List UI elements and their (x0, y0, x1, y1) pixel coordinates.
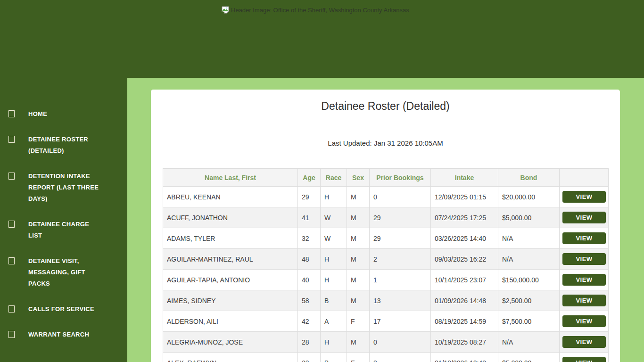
cell-sex: F (347, 353, 370, 362)
cell-actions: VIEW (560, 270, 609, 290)
cell-sex: M (347, 332, 370, 353)
view-button[interactable]: VIEW (562, 253, 606, 265)
column-header-actions (560, 169, 609, 187)
table-row: ACUFF, JONATHON41WM2907/24/2025 17:25$5,… (163, 207, 609, 228)
view-button[interactable]: VIEW (562, 212, 606, 223)
cell-bond: $20,000.00 (498, 187, 560, 207)
cell-age: 28 (298, 332, 321, 353)
menu-bullet-icon (8, 110, 15, 117)
menu-bullet-icon (8, 221, 15, 228)
view-button[interactable]: VIEW (562, 357, 606, 362)
cell-intake: 01/09/2026 14:48 (431, 290, 498, 311)
view-button[interactable]: VIEW (562, 191, 606, 203)
view-button[interactable]: VIEW (562, 315, 606, 327)
column-header-name: Name Last, First (163, 169, 298, 187)
cell-race: B (321, 290, 347, 311)
menu-bullet-icon (8, 331, 15, 338)
menu-bullet-icon (8, 173, 15, 180)
view-button[interactable]: VIEW (562, 295, 606, 306)
cell-intake: 03/26/2025 14:40 (431, 228, 498, 249)
cell-name: AGUILAR-MARTINEZ, RAUL (163, 249, 298, 270)
sidebar-item-label: DETENTION INTAKE REPORT (LAST THREE DAYS… (28, 171, 99, 205)
sidebar-item-label: WARRANT SEARCH (28, 329, 99, 340)
cell-sex: M (347, 187, 370, 207)
cell-prior-bookings: 0 (370, 332, 431, 353)
cell-age: 58 (298, 290, 321, 311)
cell-race: B (321, 353, 347, 362)
cell-race: H (321, 270, 347, 290)
menu-bullet-icon (8, 136, 15, 143)
cell-sex: M (347, 249, 370, 270)
cell-name: ALDERSON, AILI (163, 311, 298, 332)
header-image-alt-text: Header Image: Office of the Sheriff, Was… (231, 7, 409, 14)
sidebar-item-label: DETAINEE CHARGE LIST (28, 219, 99, 241)
cell-bond: $7,500.00 (498, 311, 560, 332)
table-row: ABREU, KEENAN29HM012/09/2025 01:15$20,00… (163, 187, 609, 207)
column-header-prior-bookings: Prior Bookings (370, 169, 431, 187)
cell-bond: $5,000.00 (498, 353, 560, 362)
sidebar-item-detainee-visit[interactable]: DETAINEE VISIT, MESSAGING, GIFT PACKS (0, 255, 127, 289)
cell-age: 41 (298, 207, 321, 228)
cell-age: 32 (298, 228, 321, 249)
header-band: Header Image: Office of the Sheriff, Was… (0, 0, 644, 78)
cell-sex: F (347, 311, 370, 332)
sidebar-nav: HOME DETAINEE ROSTER (DETAILED) DETENTIO… (0, 78, 127, 340)
sidebar-item-detainee-charge-list[interactable]: DETAINEE CHARGE LIST (0, 219, 127, 241)
cell-name: ALEGRIA-MUNOZ, JOSE (163, 332, 298, 353)
cell-sex: M (347, 290, 370, 311)
cell-name: AGUILAR-TAPIA, ANTONIO (163, 270, 298, 290)
cell-intake: 01/10/2026 13:43 (431, 353, 498, 362)
sidebar-item-label: HOME (28, 108, 99, 120)
cell-race: H (321, 249, 347, 270)
last-updated-text: Last Updated: Jan 31 2026 10:05AM (163, 139, 608, 147)
cell-actions: VIEW (560, 249, 609, 270)
sidebar-item-label: DETAINEE ROSTER (DETAILED) (28, 134, 99, 156)
menu-bullet-icon (8, 257, 15, 264)
cell-race: W (321, 207, 347, 228)
cell-race: H (321, 187, 347, 207)
cell-race: H (321, 332, 347, 353)
cell-prior-bookings: 2 (370, 249, 431, 270)
cell-intake: 09/03/2025 16:22 (431, 249, 498, 270)
view-button[interactable]: VIEW (562, 274, 606, 286)
content-card: Detainee Roster (Detailed) Last Updated:… (151, 90, 620, 362)
sidebar-item-label: DETAINEE VISIT, MESSAGING, GIFT PACKS (28, 255, 99, 289)
cell-bond: N/A (498, 249, 560, 270)
cell-bond: N/A (498, 228, 560, 249)
cell-prior-bookings: 1 (370, 270, 431, 290)
cell-age: 40 (298, 270, 321, 290)
cell-bond: $5,000.00 (498, 207, 560, 228)
cell-name: ACUFF, JONATHON (163, 207, 298, 228)
column-header-bond: Bond (498, 169, 560, 187)
cell-sex: M (347, 270, 370, 290)
cell-name: ABREU, KEENAN (163, 187, 298, 207)
cell-actions: VIEW (560, 311, 609, 332)
sidebar-item-calls-for-service[interactable]: CALLS FOR SERVICE (0, 304, 127, 315)
cell-actions: VIEW (560, 207, 609, 228)
cell-age: 48 (298, 249, 321, 270)
roster-table-body: ABREU, KEENAN29HM012/09/2025 01:15$20,00… (163, 187, 609, 362)
cell-actions: VIEW (560, 353, 609, 362)
column-header-sex: Sex (347, 169, 370, 187)
view-button[interactable]: VIEW (562, 336, 606, 348)
cell-name: ALEX, RAEWYN (163, 353, 298, 362)
cell-intake: 10/19/2025 08:27 (431, 332, 498, 353)
sidebar: HOME DETAINEE ROSTER (DETAILED) DETENTIO… (0, 78, 127, 362)
sidebar-item-warrant-search[interactable]: WARRANT SEARCH (0, 329, 127, 340)
menu-bullet-icon (8, 305, 15, 313)
sidebar-item-detainee-roster[interactable]: DETAINEE ROSTER (DETAILED) (0, 134, 127, 156)
cell-prior-bookings: 17 (370, 311, 431, 332)
cell-actions: VIEW (560, 228, 609, 249)
sidebar-item-label: CALLS FOR SERVICE (28, 304, 99, 315)
cell-age: 33 (298, 353, 321, 362)
sidebar-item-home[interactable]: HOME (0, 108, 127, 120)
sidebar-item-detention-intake-report[interactable]: DETENTION INTAKE REPORT (LAST THREE DAYS… (0, 171, 127, 205)
cell-bond: N/A (498, 332, 560, 353)
cell-actions: VIEW (560, 290, 609, 311)
page-title: Detainee Roster (Detailed) (163, 100, 608, 113)
cell-prior-bookings: 29 (370, 228, 431, 249)
view-button[interactable]: VIEW (562, 232, 606, 244)
table-header-row: Name Last, First Age Race Sex Prior Book… (163, 169, 609, 187)
table-row: ALDERSON, AILI42AF1708/19/2025 14:59$7,5… (163, 311, 609, 332)
cell-sex: M (347, 207, 370, 228)
